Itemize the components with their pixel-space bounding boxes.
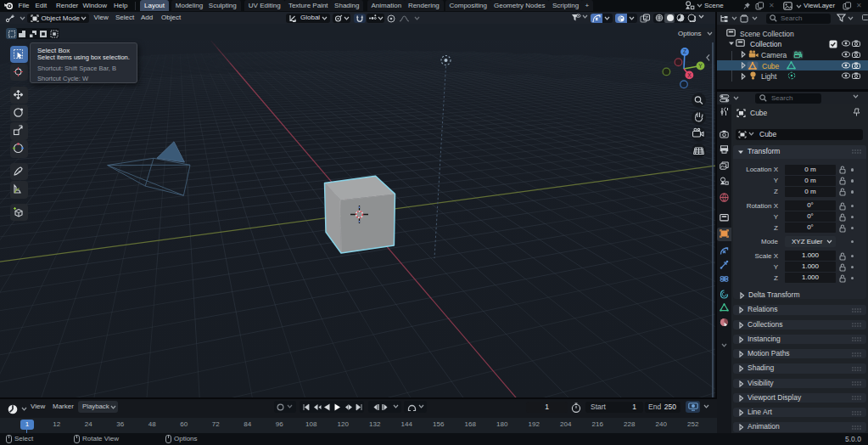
svg-text:Z: Z — [683, 48, 686, 54]
svg-text:Y: Y — [698, 63, 703, 69]
svg-text:X: X — [687, 72, 692, 78]
